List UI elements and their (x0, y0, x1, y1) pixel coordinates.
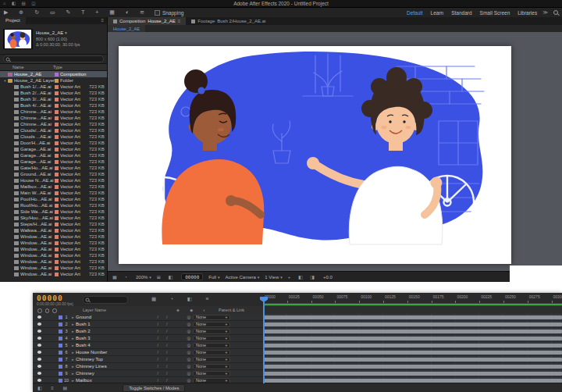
project-item-row[interactable]: Window...AE.ai Vector Art 723 KB (0, 258, 107, 265)
pickwhip-icon[interactable]: ◎ (185, 343, 193, 347)
project-item-row[interactable]: House_2_AE Composition (0, 71, 107, 77)
timeline-layer-row[interactable]: 9 ▸ Chimney / / ◎ None ▾ (33, 370, 562, 377)
layer-track[interactable] (263, 321, 562, 328)
layer-duration-bar[interactable] (263, 372, 562, 376)
project-item-row[interactable]: Window...AE.ai Vector Art 723 KB (0, 240, 107, 246)
layer-name[interactable]: Bush 4 (76, 343, 140, 347)
workspace-tab[interactable]: Default (407, 10, 423, 16)
quality-icon[interactable]: / (166, 350, 167, 355)
layer-switches[interactable]: / / (140, 357, 185, 362)
visibility-eye-icon[interactable] (37, 323, 41, 326)
timeline-option-icons[interactable]: ▦ ◔ ◧ ≡ (151, 296, 215, 302)
continuously-rasterize-icon[interactable]: / (158, 336, 158, 340)
quality-icon[interactable]: / (166, 315, 167, 319)
twirl-icon[interactable] (2, 79, 8, 83)
pickwhip-icon[interactable]: ◎ (185, 322, 193, 326)
project-item-row[interactable]: Garage...AE.ai Vector Art 723 KB (0, 152, 107, 159)
time-ruler[interactable]: 0000000025000500007500100001250015000175… (263, 293, 562, 307)
project-item-row[interactable]: Clouds ...AE.ai Vector Art 723 KB (0, 134, 107, 140)
project-tab[interactable]: Project (0, 17, 26, 24)
project-item-row[interactable]: Pool/Ho...AE.ai Vector Art 723 KB (0, 196, 107, 202)
viewer-frame-field[interactable]: 00000 (181, 273, 203, 280)
quality-icon[interactable]: / (166, 371, 167, 376)
project-item-row[interactable]: Chimne...AE.ai Vector Art 723 KB (0, 109, 107, 115)
pickwhip-icon[interactable]: ◎ (185, 350, 193, 355)
layer-switches[interactable]: / / (140, 371, 185, 376)
layer-track[interactable] (263, 363, 562, 370)
timeline-layer-row[interactable]: 6 ▸ House Number / / ◎ None ▾ (33, 349, 562, 356)
project-item-row[interactable]: Walkwa...AE.ai Vector Art 723 KB (0, 227, 107, 233)
viewer-mid-icons[interactable]: ⊞ ◧ (157, 274, 176, 280)
continuously-rasterize-icon[interactable]: / (158, 329, 158, 333)
layer-switches[interactable]: / / (140, 329, 185, 333)
footer-icons[interactable]: ◧ ≡ ▤ (37, 385, 71, 390)
project-item-row[interactable]: Gate/Ho...AE.ai Vector Art 723 KB (0, 165, 107, 171)
project-item-row[interactable]: Garage...AE.ai Vector Art 723 KB (0, 146, 107, 152)
dropdown-icon[interactable]: ▾ (65, 30, 67, 35)
expand-arrow-icon[interactable]: ▸ (70, 372, 76, 376)
layer-track[interactable] (263, 314, 562, 321)
quality-icon[interactable]: / (166, 336, 167, 340)
project-item-row[interactable]: Sky/Hou...AE.ai Vector Art 723 KB (0, 215, 107, 221)
quality-icon[interactable]: / (166, 364, 167, 369)
layer-name[interactable]: Bush 3 (76, 336, 140, 340)
project-item-row[interactable]: Roof/Ho...AE.ai Vector Art 723 KB (0, 202, 107, 208)
visibility-eye-icon[interactable] (37, 365, 41, 368)
layer-track[interactable] (263, 342, 562, 349)
playhead-line[interactable] (263, 298, 265, 383)
timeline-layer-row[interactable]: 2 ▸ Bush 1 / / ◎ None ▾ (33, 321, 562, 328)
column-type[interactable]: Type (53, 65, 62, 69)
exposure-value[interactable]: +0.0 (323, 275, 333, 280)
visibility-eye-icon[interactable] (37, 372, 41, 375)
project-item-row[interactable]: Window...AE.ai Vector Art 723 KB (0, 265, 107, 271)
continuously-rasterize-icon[interactable]: / (158, 315, 158, 319)
timeline-layer-row[interactable]: 4 ▸ Bush 3 / / ◎ None ▾ (33, 335, 562, 342)
parent-dropdown[interactable]: None ▾ (193, 322, 230, 327)
snapping-toggle[interactable]: Snapping (155, 10, 183, 16)
expand-arrow-icon[interactable]: ▸ (70, 330, 76, 333)
project-item-row[interactable]: Steps/H...AE.ai Vector Art 723 KB (0, 221, 107, 227)
layer-duration-bar[interactable] (263, 330, 562, 333)
parent-dropdown[interactable]: None ▾ (193, 364, 230, 369)
layer-switches[interactable]: / / (140, 315, 185, 319)
quality-icon[interactable]: / (166, 322, 167, 326)
viewer-subtab[interactable]: House_2_AE (108, 25, 145, 32)
project-item-row[interactable]: Chimne...AE.ai Vector Art 723 KB (0, 115, 107, 121)
layer-switches[interactable]: / / (140, 322, 185, 326)
layer-name[interactable]: Chimney Top (76, 357, 140, 362)
parent-dropdown[interactable]: None ▾ (193, 315, 230, 320)
expand-arrow-icon[interactable]: ▸ (70, 337, 76, 340)
composition-viewer[interactable] (108, 32, 562, 272)
viewer-left-icons[interactable]: ▦ ◔ (112, 274, 130, 280)
workspace-tab[interactable]: Learn (431, 10, 444, 16)
toggle-switches-modes-button[interactable]: Toggle Switches / Modes (123, 384, 185, 392)
expand-arrow-icon[interactable]: ▸ (70, 365, 76, 369)
pickwhip-icon[interactable]: ◎ (185, 315, 193, 319)
project-item-row[interactable]: Mailbox...AE.ai Vector Art 723 KB (0, 184, 107, 190)
layer-name[interactable]: Chimney (76, 371, 140, 376)
layer-name[interactable]: Bush 2 (76, 329, 140, 333)
expand-arrow-icon[interactable]: ▸ (70, 315, 76, 319)
layer-switches[interactable]: / / (140, 343, 185, 347)
layer-track[interactable] (263, 370, 562, 377)
expand-arrow-icon[interactable]: ▸ (70, 323, 76, 326)
column-parent-link[interactable]: Parent & Link (219, 308, 244, 312)
project-item-row[interactable]: Bush 3/...AE.ai Vector Art 723 KB (0, 96, 107, 102)
workspace-tab[interactable]: Libraries (518, 10, 537, 16)
project-search-input[interactable] (3, 55, 104, 62)
project-item-row[interactable]: Main W...AE.ai Vector Art 723 KB (0, 190, 107, 196)
continuously-rasterize-icon[interactable]: / (158, 364, 158, 369)
layer-name[interactable]: Bush 1 (76, 322, 140, 326)
project-item-row[interactable]: Window...AE.ai Vector Art 723 KB (0, 252, 107, 258)
timeline-layer-row[interactable]: 7 ▸ Chimney Top / / ◎ None ▾ (33, 356, 562, 363)
workspace-tab[interactable]: Small Screen (480, 10, 510, 16)
visibility-eye-icon[interactable] (37, 315, 41, 319)
panel-menu-icon[interactable]: ≡ (101, 17, 107, 24)
project-item-row[interactable]: Side Wa...AE.ai Vector Art 723 KB (0, 208, 107, 215)
project-item-row[interactable]: Ground...AE.ai Vector Art 723 KB (0, 171, 107, 177)
project-item-row[interactable]: Window...AE.ai Vector Art 723 KB (0, 271, 107, 277)
visibility-eye-icon[interactable] (37, 351, 41, 354)
timeline-layer-row[interactable]: 1 ▸ Ground / / ◎ None ▾ (33, 314, 562, 321)
continuously-rasterize-icon[interactable]: / (158, 350, 158, 355)
project-item-row[interactable]: Clouds/...AE.ai Vector Art 723 KB (0, 127, 107, 134)
